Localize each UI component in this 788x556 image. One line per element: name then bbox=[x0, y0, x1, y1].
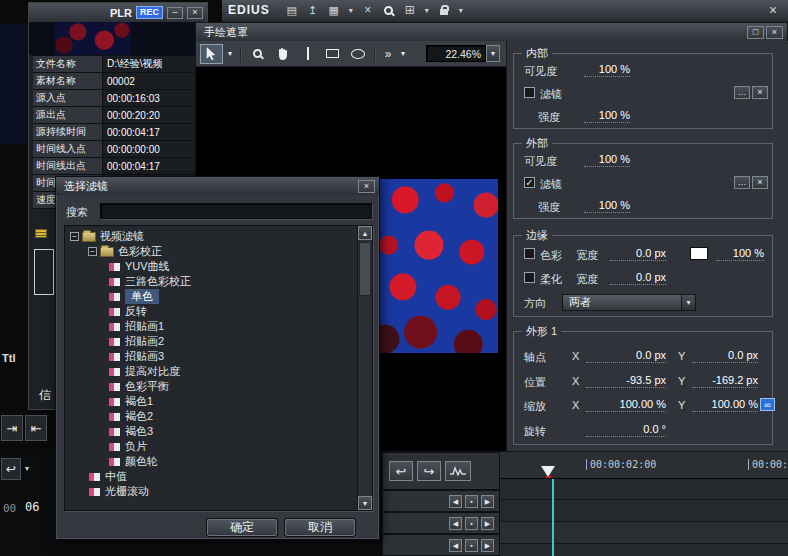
filter-tree[interactable]: −视频滤镜 −色彩校正 YUV曲线 三路色彩校正 单色 反转 招贴画1 招贴画2… bbox=[64, 225, 373, 511]
close-button[interactable]: × bbox=[358, 180, 375, 193]
track-next-button[interactable]: ▶ bbox=[481, 539, 494, 552]
scale-x-value[interactable]: 100.00 % bbox=[586, 398, 666, 412]
scale-y-value[interactable]: 100.00 % bbox=[692, 398, 758, 412]
ellipse-tool-button[interactable] bbox=[346, 44, 369, 64]
extend-out-button[interactable]: ⇤ bbox=[25, 415, 47, 441]
chevron-down-icon[interactable]: ▾ bbox=[346, 3, 356, 18]
filter-clear-icon[interactable]: × bbox=[752, 86, 768, 99]
redo-button[interactable]: ↪ bbox=[417, 461, 441, 481]
open-folder-icon[interactable]: ▤ bbox=[283, 3, 301, 18]
more-tools-button[interactable]: » bbox=[380, 44, 396, 64]
tree-item-selected[interactable]: 单色 bbox=[68, 289, 356, 304]
zoom-value[interactable]: 22.46% bbox=[426, 45, 486, 62]
close-icon[interactable]: × bbox=[764, 3, 782, 18]
track-prev-button[interactable]: ◀ bbox=[449, 539, 462, 552]
filter-select-icon[interactable]: … bbox=[734, 176, 750, 189]
track-patch-button[interactable]: ▪ bbox=[465, 495, 478, 508]
tree-item[interactable]: 褐色2 bbox=[68, 409, 356, 424]
tree-folder[interactable]: −视频滤镜 bbox=[68, 229, 356, 244]
scroll-up-button[interactable]: ▲ bbox=[358, 226, 372, 240]
edge-color-swatch[interactable] bbox=[690, 247, 708, 260]
scroll-down-button[interactable]: ▼ bbox=[358, 496, 372, 510]
tree-item[interactable]: 颜色轮 bbox=[68, 454, 356, 469]
search-icon[interactable] bbox=[380, 3, 398, 18]
filter-dialog-titlebar[interactable]: 选择滤镜 × bbox=[56, 177, 379, 195]
filter-select-icon[interactable]: … bbox=[734, 86, 750, 99]
edge-color-checkbox[interactable] bbox=[524, 248, 535, 259]
lock-icon[interactable] bbox=[435, 3, 453, 18]
more-tools-chevron[interactable]: ▾ bbox=[398, 44, 408, 64]
track-prev-button[interactable]: ◀ bbox=[449, 495, 462, 508]
edge-color-opacity-value[interactable]: 100 % bbox=[716, 247, 764, 261]
zoom-level-combo[interactable]: 22.46% ▾ bbox=[426, 45, 500, 62]
pan-tool-button[interactable] bbox=[271, 44, 294, 64]
inner-visibility-value[interactable]: 100 % bbox=[584, 63, 630, 77]
tree-item[interactable]: 负片 bbox=[68, 439, 356, 454]
track-next-button[interactable]: ▶ bbox=[481, 495, 494, 508]
rotation-value[interactable]: 0.0 ° bbox=[586, 423, 666, 437]
tree-item[interactable]: 招贴画1 bbox=[68, 319, 356, 334]
zoom-tool-button[interactable] bbox=[246, 44, 269, 64]
outer-visibility-value[interactable]: 100 % bbox=[584, 153, 630, 167]
tree-item[interactable]: YUV曲线 bbox=[68, 259, 356, 274]
layout-grid-icon[interactable]: ⊞ bbox=[401, 3, 419, 18]
track-next-button[interactable]: ▶ bbox=[481, 517, 494, 530]
timeline-ruler[interactable]: 00:00:02:00 00:00:04:00 bbox=[500, 452, 788, 479]
tree-item[interactable]: 光栅滚动 bbox=[68, 484, 356, 499]
import-icon[interactable]: ↥ bbox=[304, 3, 322, 18]
tree-item[interactable]: 褐色3 bbox=[68, 424, 356, 439]
tree-scrollbar[interactable]: ▲ ▼ bbox=[357, 226, 372, 510]
ok-button[interactable]: 确定 bbox=[206, 518, 278, 537]
track-patch-button[interactable]: ▪ bbox=[465, 517, 478, 530]
chevron-down-icon[interactable]: ▾ bbox=[486, 45, 500, 62]
info-tab-fragment[interactable]: 信 bbox=[39, 387, 51, 404]
marker-list-icon[interactable] bbox=[35, 229, 47, 238]
waveform-button[interactable] bbox=[445, 461, 471, 481]
edge-soften-width-value[interactable]: 0.0 px bbox=[610, 271, 666, 285]
tree-item[interactable]: 褐色1 bbox=[68, 394, 356, 409]
close-button[interactable]: × bbox=[766, 26, 783, 39]
line-tool-button[interactable] bbox=[296, 44, 319, 64]
tree-item[interactable]: 色彩平衡 bbox=[68, 379, 356, 394]
track-patch-button[interactable]: ▪ bbox=[465, 539, 478, 552]
position-x-value[interactable]: -93.5 px bbox=[586, 374, 666, 388]
inner-filter-checkbox[interactable] bbox=[524, 87, 535, 98]
chevron-down-icon[interactable]: ▾ bbox=[422, 3, 432, 18]
inner-strength-value[interactable]: 100 % bbox=[584, 109, 630, 123]
rectangle-tool-button[interactable] bbox=[321, 44, 344, 64]
edge-color-width-value[interactable]: 0.0 px bbox=[610, 247, 666, 261]
direction-dropdown[interactable]: 两者 ▾ bbox=[562, 294, 696, 311]
collapse-icon[interactable]: − bbox=[70, 232, 79, 241]
search-input[interactable] bbox=[100, 203, 372, 219]
outer-strength-value[interactable]: 100 % bbox=[584, 199, 630, 213]
capture-icon[interactable]: ▦ bbox=[325, 3, 343, 18]
select-tool-chevron[interactable]: ▾ bbox=[225, 44, 235, 64]
tree-item[interactable]: 中值 bbox=[68, 469, 356, 484]
maximize-button[interactable]: □ bbox=[747, 26, 764, 39]
player-titlebar[interactable]: PLR REC – × bbox=[29, 3, 207, 22]
timeline-tracks[interactable] bbox=[500, 479, 788, 556]
link-scale-icon[interactable]: ∞ bbox=[760, 398, 775, 411]
tree-item[interactable]: 三路色彩校正 bbox=[68, 274, 356, 289]
tree-item[interactable]: 招贴画2 bbox=[68, 334, 356, 349]
scrollbar-thumb[interactable] bbox=[359, 242, 371, 296]
outer-filter-checkbox[interactable]: ✓ bbox=[524, 177, 535, 188]
tree-item[interactable]: 提高对比度 bbox=[68, 364, 356, 379]
position-y-value[interactable]: -169.2 px bbox=[692, 374, 758, 388]
anchor-y-value[interactable]: 0.0 px bbox=[692, 349, 758, 363]
tree-item[interactable]: 反转 bbox=[68, 304, 356, 319]
chevron-down-icon[interactable]: ▾ bbox=[456, 3, 466, 18]
tree-item[interactable]: 招贴画3 bbox=[68, 349, 356, 364]
close-button[interactable]: × bbox=[187, 7, 203, 19]
cancel-button[interactable]: 取消 bbox=[284, 518, 356, 537]
minimize-button[interactable]: – bbox=[167, 7, 183, 19]
collapse-icon[interactable]: − bbox=[88, 247, 97, 256]
extend-in-button[interactable]: ⇥ bbox=[1, 415, 23, 441]
undo-button[interactable]: ↩ bbox=[389, 461, 413, 481]
select-tool-button[interactable] bbox=[200, 44, 223, 64]
delete-icon[interactable]: × bbox=[359, 3, 377, 18]
tree-folder[interactable]: −色彩校正 bbox=[68, 244, 356, 259]
mask-titlebar[interactable]: 手绘遮罩 □ × bbox=[196, 23, 787, 41]
track-prev-button[interactable]: ◀ bbox=[449, 517, 462, 530]
anchor-x-value[interactable]: 0.0 px bbox=[586, 349, 666, 363]
